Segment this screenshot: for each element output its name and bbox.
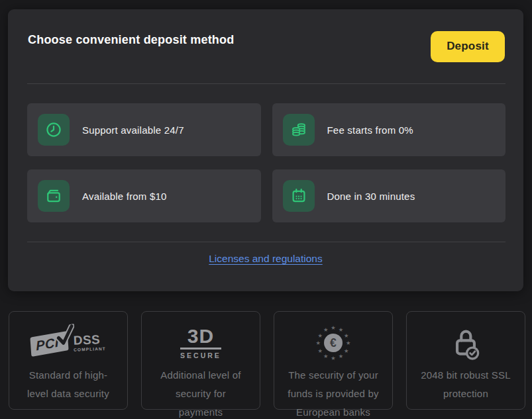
svg-text:★: ★ [323, 353, 328, 359]
licenses-link[interactable]: Licenses and regulations [209, 253, 322, 264]
3d-label: 3D [180, 327, 221, 349]
secure-label: SECURE [180, 351, 221, 359]
svg-text:★: ★ [323, 326, 328, 333]
feature-label: Fee starts from 0% [327, 124, 413, 136]
feature-tile-speed: Done in 30 minutes [272, 169, 506, 222]
svg-text:★: ★ [339, 353, 343, 359]
badge-caption: The security of your funds is provided b… [285, 366, 382, 419]
badge-3d-secure: 3D SECURE Additional level of security f… [141, 311, 260, 410]
feature-label: Support available 24/7 [82, 124, 184, 136]
svg-text:★: ★ [346, 340, 350, 346]
svg-text:★: ★ [318, 332, 323, 339]
clock-icon [38, 114, 70, 146]
card-header: Choose convenient deposit method Deposit [8, 9, 523, 83]
feature-tile-fee: Fee starts from 0% [272, 103, 506, 156]
feature-tile-minimum: Available from $10 [27, 169, 261, 222]
ssl-lock-icon [415, 322, 517, 363]
feature-label: Done in 30 minutes [327, 191, 415, 202]
3d-secure-logo: 3D SECURE [150, 322, 252, 363]
header-divider [27, 83, 505, 84]
dss-label: DSS [74, 333, 106, 346]
svg-text:★: ★ [339, 326, 343, 333]
pci-dss-logo: PCI DSS COMPLIANT [17, 322, 119, 363]
svg-text:★: ★ [344, 332, 348, 339]
svg-text:★: ★ [331, 355, 335, 361]
svg-text:★: ★ [331, 324, 335, 331]
features-grid: Support available 24/7 Fee starts from 0… [27, 103, 505, 222]
badge-pci-dss: PCI DSS COMPLIANT Standard of high-level… [9, 311, 128, 410]
pci-mark: PCI [30, 331, 69, 357]
check-icon [54, 324, 76, 348]
page: { "card": { "title": "Choose convenient … [0, 0, 532, 419]
svg-text:★: ★ [318, 348, 323, 354]
feature-tile-support: Support available 24/7 [27, 103, 261, 156]
coins-icon [283, 114, 315, 146]
badge-ssl: 2048 bit robust SSL protection [406, 311, 525, 410]
deposit-button[interactable]: Deposit [431, 31, 505, 62]
feature-label: Available from $10 [82, 191, 167, 202]
badge-caption: 2048 bit robust SSL protection [417, 366, 514, 403]
deposit-card: Choose convenient deposit method Deposit… [8, 9, 523, 291]
badge-caption: Additional level of security for payment… [152, 366, 249, 419]
wallet-icon [38, 180, 70, 212]
calendar-icon [283, 180, 315, 212]
badge-european-banks: ★★★ ★★★ ★★★ ★★★ € The security of your f… [274, 311, 393, 410]
euro-symbol: € [330, 336, 337, 349]
security-badges: PCI DSS COMPLIANT Standard of high-level… [9, 311, 525, 410]
svg-text:★: ★ [344, 348, 348, 354]
page-title: Choose convenient deposit method [28, 33, 234, 47]
pci-side-text: DSS COMPLIANT [74, 333, 106, 351]
badge-caption: Standard of high-level data security [20, 366, 117, 403]
euro-banks-icon: ★★★ ★★★ ★★★ ★★★ € [282, 322, 384, 363]
link-row: Licenses and regulations [8, 253, 523, 265]
svg-text:★: ★ [316, 340, 321, 346]
footer-divider [27, 242, 505, 242]
